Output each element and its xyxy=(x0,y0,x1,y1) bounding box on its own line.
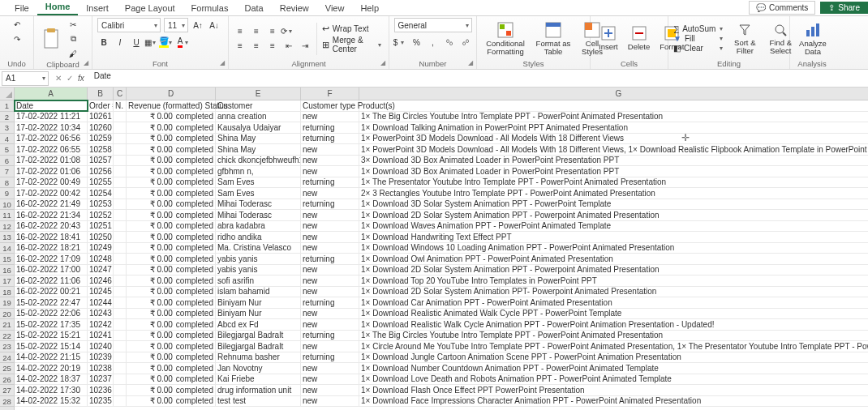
data-cell[interactable] xyxy=(114,309,127,319)
format-painter-button[interactable]: 🖌 xyxy=(67,47,79,60)
data-cell[interactable]: 10238 xyxy=(88,363,114,374)
data-cell[interactable]: 1× PowerPoint 3D Models Download - All M… xyxy=(359,134,868,144)
header-cell[interactable]: Order # xyxy=(88,100,114,111)
tab-view[interactable]: View xyxy=(317,1,353,15)
conditional-formatting-button[interactable]: Conditional Formatting xyxy=(482,20,529,57)
data-cell[interactable]: ₹ 0.00completed xyxy=(127,385,216,395)
data-cell[interactable]: ₹ 0.00completed xyxy=(127,166,216,177)
fill-color-button[interactable]: 🪣 xyxy=(162,36,175,49)
align-middle-button[interactable]: ≡ xyxy=(250,25,263,38)
data-cell[interactable]: new xyxy=(301,112,359,122)
data-cell[interactable]: 1× Download Realistic Walk Cycle Animati… xyxy=(359,319,868,330)
data-cell[interactable]: Sam Eves xyxy=(216,188,301,199)
data-cell[interactable]: 1× Download Car Animation PPT - PowerPoi… xyxy=(359,297,868,308)
data-cell[interactable] xyxy=(114,352,127,363)
row-header[interactable]: 21 xyxy=(0,319,14,331)
data-cell[interactable]: 16-02-2022 11:06 xyxy=(15,275,88,286)
accounting-format-button[interactable]: $ xyxy=(394,36,407,49)
data-cell[interactable]: 1× Download Windows 10 Loading Animation… xyxy=(359,243,868,254)
data-cell[interactable]: ₹ 0.00completed xyxy=(127,156,216,166)
align-left-button[interactable]: ≡ xyxy=(234,40,247,53)
data-cell[interactable]: ₹ 0.00completed xyxy=(127,265,216,275)
col-header[interactable]: A xyxy=(15,88,88,100)
row-header[interactable]: 20 xyxy=(0,309,14,320)
italic-button[interactable]: I xyxy=(114,36,127,49)
data-cell[interactable]: ₹ 0.00completed xyxy=(127,275,216,286)
data-cell[interactable]: 16-02-2022 21:49 xyxy=(15,199,88,210)
data-cell[interactable]: ₹ 0.00completed xyxy=(127,254,216,264)
increase-indent-button[interactable]: ⇥ xyxy=(299,40,312,53)
align-center-button[interactable]: ≡ xyxy=(250,40,263,53)
name-box[interactable]: A1 xyxy=(2,71,49,86)
data-cell[interactable]: Bilegjargal Badralt xyxy=(216,331,301,341)
data-cell[interactable]: new xyxy=(301,221,359,232)
data-cell[interactable] xyxy=(114,156,127,166)
data-cell[interactable] xyxy=(114,254,127,264)
row-header[interactable]: 1 xyxy=(0,100,14,112)
data-cell[interactable]: returning xyxy=(301,177,359,188)
data-cell[interactable]: anna creation xyxy=(216,112,301,122)
data-cell[interactable]: returning xyxy=(301,254,359,264)
data-cell[interactable]: ₹ 0.00completed xyxy=(127,221,216,232)
select-all-corner[interactable] xyxy=(0,88,15,100)
header-cell[interactable]: Customer type Product(s) xyxy=(301,100,359,111)
analyze-data-button[interactable]: Analyze Data xyxy=(795,20,831,57)
cell-area[interactable]: DateOrder #N.Revenue (formatted) StatusC… xyxy=(15,100,868,410)
row-header[interactable]: 12 xyxy=(0,221,14,233)
data-cell[interactable]: ₹ 0.00completed xyxy=(127,287,216,297)
data-cell[interactable]: 10239 xyxy=(88,352,114,363)
data-cell[interactable]: Abcd ex Fd xyxy=(216,319,301,330)
data-cell[interactable]: 2× 3 Rectangles Youtube Intro Template P… xyxy=(359,188,868,199)
row-header[interactable]: 17 xyxy=(0,275,14,287)
data-cell[interactable]: 10249 xyxy=(88,243,114,254)
data-cell[interactable]: sofi asrifin xyxy=(216,275,301,286)
data-cell[interactable]: 10250 xyxy=(88,232,114,242)
data-cell[interactable]: 15-02-2022 22:06 xyxy=(15,309,88,319)
data-cell[interactable]: 10261 xyxy=(88,112,114,122)
data-cell[interactable]: 1× Download Number Countdown Animation P… xyxy=(359,363,868,374)
data-cell[interactable]: new xyxy=(301,275,359,286)
data-cell[interactable]: 14-02-2022 20:19 xyxy=(15,363,88,374)
format-as-table-button[interactable]: Format as Table xyxy=(532,20,574,57)
header-cell[interactable] xyxy=(359,100,868,111)
col-header[interactable]: C xyxy=(114,88,127,100)
data-cell[interactable]: 1× Circle Around Me YouTube Intro Templa… xyxy=(359,341,868,352)
insert-cells-button[interactable]: Insert xyxy=(595,24,621,53)
data-cell[interactable]: 14-02-2022 15:32 xyxy=(15,396,88,407)
data-cell[interactable]: 10259 xyxy=(88,134,114,144)
data-cell[interactable]: 16-02-2022 17:00 xyxy=(15,265,88,275)
data-cell[interactable]: 1× Download Owl Animation PPT - PowerPoi… xyxy=(359,254,868,264)
data-cell[interactable]: ₹ 0.00completed xyxy=(127,112,216,122)
data-cell[interactable]: ₹ 0.00completed xyxy=(127,297,216,308)
font-dialog-launcher[interactable]: ◢ xyxy=(218,59,226,67)
data-cell[interactable] xyxy=(114,112,127,122)
row-header[interactable]: 8 xyxy=(0,177,14,189)
row-header[interactable]: 13 xyxy=(0,232,14,243)
cut-button[interactable]: ✂ xyxy=(67,18,79,31)
fx-button[interactable]: fx xyxy=(78,74,84,83)
alignment-dialog-launcher[interactable]: ◢ xyxy=(379,59,387,67)
data-cell[interactable]: new xyxy=(301,309,359,319)
data-cell[interactable]: ₹ 0.00completed xyxy=(127,363,216,374)
tab-file[interactable]: File xyxy=(6,1,37,15)
data-cell[interactable]: new xyxy=(301,363,359,374)
row-header[interactable]: 10 xyxy=(0,199,14,211)
font-name-select[interactable]: Calibri xyxy=(97,18,161,32)
data-cell[interactable]: 15-02-2022 15:14 xyxy=(15,341,88,352)
data-cell[interactable] xyxy=(114,166,127,177)
data-cell[interactable]: Mihai Toderasc xyxy=(216,210,301,220)
header-cell[interactable]: Customer xyxy=(216,100,301,111)
data-cell[interactable] xyxy=(114,232,127,242)
col-header[interactable]: D xyxy=(127,88,216,100)
row-header[interactable]: 9 xyxy=(0,188,14,199)
data-cell[interactable]: 15-02-2022 17:35 xyxy=(15,319,88,330)
data-cell[interactable] xyxy=(114,144,127,155)
data-cell[interactable]: chick dkoncjefbhweufh1jb xyxy=(216,156,301,166)
formula-input[interactable]: Date xyxy=(91,71,866,86)
tab-help[interactable]: Help xyxy=(352,1,387,15)
data-cell[interactable]: ₹ 0.00completed xyxy=(127,374,216,385)
tab-home[interactable]: Home xyxy=(37,0,79,15)
data-cell[interactable] xyxy=(114,331,127,341)
tab-insert[interactable]: Insert xyxy=(78,1,117,15)
data-cell[interactable] xyxy=(114,199,127,210)
